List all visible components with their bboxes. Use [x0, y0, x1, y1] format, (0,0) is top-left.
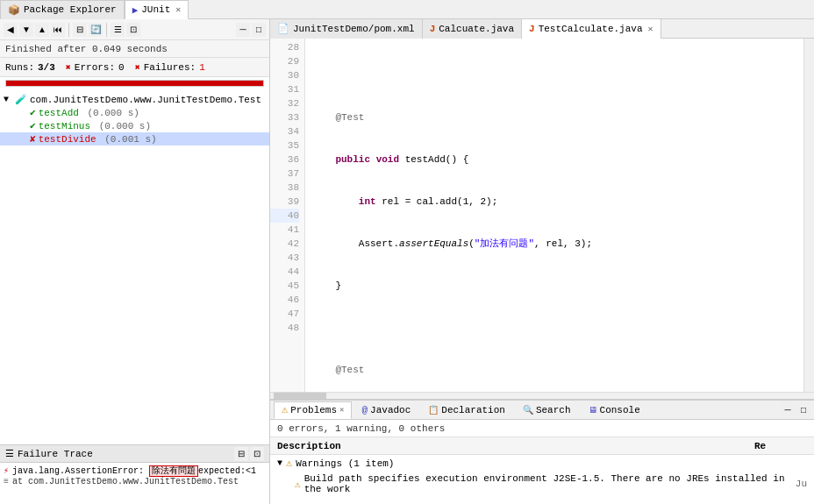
tab-testcalculate[interactable]: J TestCalculate.java ✕: [522, 19, 660, 39]
next-fail-button[interactable]: ▼: [19, 23, 33, 37]
root-label: com.JunitTestDemo.www.JunitTestDemo.Test: [30, 95, 261, 105]
problems-close[interactable]: ✕: [339, 405, 344, 415]
javadoc-icon: @: [361, 405, 368, 415]
warning-group: ▼ ⚠ Warnings (1 item) ⚠ Build path speci…: [270, 455, 814, 496]
code-line-34: [312, 321, 796, 335]
warning-item-text: Build path specifies execution environme…: [304, 473, 789, 494]
junit-toolbar: ◀ ▼ ▲ ⏮ ⊟ 🔄 ☰ ⊡ ─ □: [0, 19, 269, 40]
first-fail-button[interactable]: ⏮: [51, 23, 65, 37]
view-menu-button[interactable]: ⊡: [126, 23, 140, 37]
sep2: [106, 23, 107, 37]
h-scrollbar[interactable]: [270, 392, 814, 399]
prev-fail-button[interactable]: ▲: [35, 23, 49, 37]
bottom-maximize[interactable]: □: [796, 403, 810, 417]
refresh-button[interactable]: 🔄: [89, 23, 103, 37]
maximize-button[interactable]: □: [252, 23, 266, 37]
pkg-icon: 📦: [8, 4, 20, 16]
tab-junit[interactable]: ▶ JUnit ✕: [125, 0, 189, 19]
tab-search[interactable]: 🔍 Search: [515, 401, 579, 419]
testcalculate-tab-label: TestCalculate.java: [539, 24, 643, 34]
test-divide-item[interactable]: ✘ testDivide (0.001 s): [0, 132, 269, 146]
console-label: Console: [600, 405, 640, 415]
tab-close-icon[interactable]: ✕: [648, 24, 653, 34]
minimize-button[interactable]: ─: [236, 23, 250, 37]
expand-icon[interactable]: ▼: [4, 95, 12, 104]
trace-filter-button[interactable]: ⊟: [234, 447, 248, 461]
test-add-item[interactable]: ✔ testAdd (0.000 s): [0, 106, 269, 119]
console-icon: 🖥: [589, 405, 597, 415]
test-add-label: testAdd: [39, 108, 79, 118]
trace-error-icon: ⚡: [4, 465, 9, 476]
tab-problems[interactable]: ⚠ Problems ✕: [274, 401, 352, 419]
trace-stack-icon: ≡: [4, 477, 9, 486]
failures-stat: ✖ Failures: 1: [135, 62, 205, 73]
code-content[interactable]: @Test public void testAdd() { int rel = …: [305, 39, 803, 392]
table-header: Description Re: [270, 437, 814, 455]
right-panel: 📄 JunitTestDemo/pom.xml J Calcuate.java …: [270, 19, 814, 504]
failure-trace-panel: ☰ Failure Trace ⊟ ⊡ ⚡ java.lang.Assertio…: [0, 444, 269, 504]
trace-error-text: java.lang.AssertionError: 除法有問題expected:…: [12, 465, 256, 477]
collapse-all-button[interactable]: ⊟: [73, 23, 87, 37]
warning-group-header[interactable]: ▼ ⚠ Warnings (1 item): [270, 455, 814, 472]
code-line-31: int rel = cal.add(1, 2);: [312, 195, 796, 209]
error-icon: ✖: [66, 62, 71, 73]
calcuate-tab-label: Calcuate.java: [439, 24, 514, 34]
tab-pkg-label: Package Explorer: [24, 4, 117, 15]
main-area: ◀ ▼ ▲ ⏮ ⊟ 🔄 ☰ ⊡ ─ □ Finished after 0.049…: [0, 19, 814, 504]
tab-package-explorer[interactable]: 📦 Package Explorer: [0, 0, 125, 19]
error-highlight: 除法有問題: [149, 465, 198, 477]
warning-group-label: Warnings (1 item): [296, 458, 394, 469]
failure-icon: ✖: [135, 62, 140, 73]
ln-38: 38: [270, 181, 299, 195]
failure-trace-title: Failure Trace: [18, 449, 93, 459]
code-line-29: @Test: [312, 110, 796, 124]
junit-icon: ▶: [132, 4, 139, 16]
ln-39: 39: [270, 195, 299, 209]
tab-pom-xml[interactable]: 📄 JunitTestDemo/pom.xml: [270, 19, 423, 39]
vertical-scrollbar[interactable]: [803, 39, 814, 392]
pass-icon-0: ✔: [30, 107, 36, 118]
trace-content: ⚡ java.lang.AssertionError: 除法有問題expecte…: [0, 463, 269, 504]
trace-copy-button[interactable]: ⊡: [250, 447, 264, 461]
code-line-30: public void testAdd() {: [312, 153, 796, 167]
ln-48: 48: [270, 321, 299, 335]
ln-35: 35: [270, 138, 299, 153]
table-content: ▼ ⚠ Warnings (1 item) ⚠ Build path speci…: [270, 455, 814, 504]
test-add-time: (0.000 s): [82, 108, 139, 118]
runs-label: Runs:: [5, 62, 34, 73]
warning-item-suffix: Ju: [796, 479, 807, 489]
ln-28: 28: [270, 40, 299, 54]
code-line-35: @Test: [312, 363, 796, 377]
ln-45: 45: [270, 279, 299, 293]
history-button[interactable]: ☰: [111, 23, 125, 37]
close-icon[interactable]: ✕: [175, 4, 181, 15]
trace-line-1: ≡ at com.JunitTestDemo.www.JunitTestDemo…: [4, 477, 266, 486]
header-right: ⊟ ⊡: [234, 447, 264, 461]
tree-root-item[interactable]: ▼ 🧪 com.JunitTestDemo.www.JunitTestDemo.…: [0, 93, 269, 106]
ln-41: 41: [270, 223, 299, 237]
tab-calcuate[interactable]: J Calcuate.java: [423, 19, 522, 39]
test-minus-item[interactable]: ✔ testMinus (0.000 s): [0, 119, 269, 132]
tab-declaration[interactable]: 📋 Declaration: [420, 401, 513, 419]
test-minus-label: testMinus: [39, 121, 90, 131]
bottom-minimize[interactable]: ─: [781, 403, 795, 417]
search-icon: 🔍: [523, 405, 533, 415]
bottom-content: 0 errors, 1 warning, 0 others Descriptio…: [270, 420, 814, 504]
rerun-button[interactable]: ◀: [4, 23, 18, 37]
ln-46: 46: [270, 293, 299, 307]
test-tree[interactable]: ▼ 🧪 com.JunitTestDemo.www.JunitTestDemo.…: [0, 89, 269, 444]
ln-33: 33: [270, 110, 299, 124]
code-line-32: Assert.assertEquals("加法有问题", rel, 3);: [312, 237, 796, 251]
ln-32: 32: [270, 96, 299, 110]
warning-item-0[interactable]: ⚠ Build path specifies execution environ…: [270, 472, 814, 496]
tab-junit-label: JUnit: [141, 4, 170, 15]
errors-label: Errors:: [75, 62, 115, 73]
tab-console[interactable]: 🖥 Console: [581, 401, 648, 419]
tab-javadoc[interactable]: @ Javadoc: [353, 401, 418, 419]
junit-status-bar: Finished after 0.049 seconds: [0, 40, 269, 58]
desc-header: Description: [277, 441, 754, 451]
runs-value: 3/3: [38, 62, 55, 73]
javadoc-label: Javadoc: [370, 405, 411, 415]
ln-36: 36: [270, 153, 299, 167]
editor-tab-bar: 📄 JunitTestDemo/pom.xml J Calcuate.java …: [270, 19, 814, 39]
